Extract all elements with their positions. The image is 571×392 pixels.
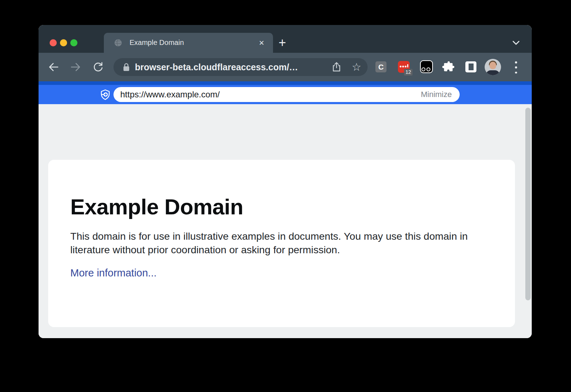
isolation-banner: https://www.example.com/ Minimize xyxy=(39,81,532,104)
bookmark-star-icon[interactable]: ☆ xyxy=(350,60,363,74)
share-icon[interactable] xyxy=(331,62,342,72)
minimize-banner-button[interactable]: Minimize xyxy=(421,87,452,102)
scrollbar-thumb[interactable] xyxy=(525,108,531,300)
extensions-puzzle-icon[interactable] xyxy=(442,61,454,73)
window-zoom-button[interactable] xyxy=(70,39,77,46)
banner-top-stripe xyxy=(39,81,532,85)
browser-window: Example Domain ✕ + xyxy=(39,25,532,338)
toolbar: browser-beta.cloudflareaccess.com/… ☆ C … xyxy=(39,53,532,81)
chevron-down-icon[interactable] xyxy=(511,39,521,46)
window-minimize-button[interactable] xyxy=(60,39,67,46)
page-viewport: Example Domain This domain is for use in… xyxy=(39,104,532,338)
extension-badge-count: 12 xyxy=(404,69,413,76)
page-title: Example Domain xyxy=(70,196,515,218)
page-paragraph: This domain is for use in illustrative e… xyxy=(70,229,482,256)
remote-url-input[interactable]: https://www.example.com/ Minimize xyxy=(113,87,460,102)
address-bar[interactable]: browser-beta.cloudflareaccess.com/… ☆ xyxy=(113,58,368,76)
traffic-lights xyxy=(50,39,77,46)
tab-example-domain[interactable]: Example Domain ✕ xyxy=(104,33,273,53)
content-card: Example Domain This domain is for use in… xyxy=(48,160,515,327)
lock-icon xyxy=(122,63,131,72)
reload-button[interactable] xyxy=(91,60,105,74)
tab-title: Example Domain xyxy=(130,39,184,47)
extension-c-icon[interactable]: C xyxy=(375,61,386,72)
window-close-button[interactable] xyxy=(50,39,57,46)
side-panel-icon[interactable] xyxy=(465,61,476,72)
extension-goggles-icon[interactable] xyxy=(420,60,433,73)
shield-arrow-icon xyxy=(100,89,111,101)
remote-url-value: https://www.example.com/ xyxy=(120,87,220,102)
more-information-link[interactable]: More information... xyxy=(70,267,157,279)
profile-avatar[interactable] xyxy=(485,59,501,75)
extension-red-blocker-icon[interactable]: 12 xyxy=(398,61,410,73)
forward-button[interactable] xyxy=(69,60,83,74)
new-tab-button[interactable]: + xyxy=(275,35,289,51)
tab-close-icon[interactable]: ✕ xyxy=(257,38,267,48)
back-button[interactable] xyxy=(46,60,61,74)
globe-favicon-icon xyxy=(114,39,122,47)
address-url-text: browser-beta.cloudflareaccess.com/… xyxy=(135,58,298,76)
browser-menu-icon[interactable] xyxy=(515,61,517,73)
tab-strip: Example Domain ✕ + xyxy=(39,25,532,53)
